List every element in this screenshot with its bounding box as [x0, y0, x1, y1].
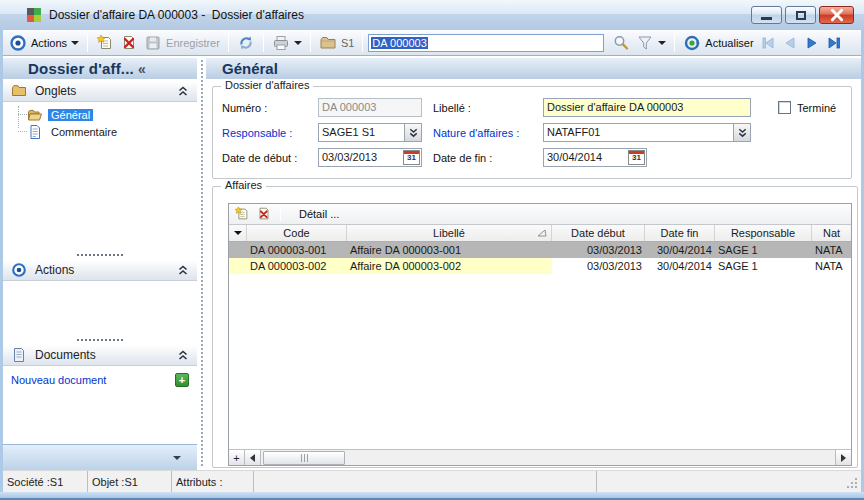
cell-date-debut: 03/03/2013	[552, 242, 645, 258]
refresh-button[interactable]	[234, 34, 258, 52]
nature-combo[interactable]: NATAFF01	[543, 123, 751, 142]
nav-first-button[interactable]	[757, 35, 779, 51]
refresh-icon	[237, 34, 255, 52]
window-frame-bottom	[0, 492, 864, 500]
close-button[interactable]	[819, 6, 854, 24]
responsable-label[interactable]: Responsable :	[222, 124, 292, 143]
cell-libelle: Affaire DA 000003-002	[347, 258, 552, 274]
cell-code: DA 000003-002	[247, 258, 347, 274]
nature-label[interactable]: Nature d'affaires :	[433, 124, 519, 143]
grid-menu-header[interactable]	[229, 225, 247, 241]
grid-hscrollbar[interactable]: +	[229, 449, 851, 465]
scroll-right-button[interactable]	[835, 450, 851, 466]
grid-add-column-button[interactable]: +	[229, 450, 245, 466]
grid-delete-button[interactable]	[256, 206, 272, 222]
sidebar: Dossier d'aff... « Onglets Général C	[3, 56, 197, 470]
cell-date-fin: 30/04/2014	[645, 242, 715, 258]
nav-last-button[interactable]	[823, 35, 845, 51]
column-header-nature[interactable]: Nat	[812, 225, 851, 241]
add-document-button[interactable]: +	[175, 373, 189, 387]
close-icon	[829, 7, 845, 23]
panel-splitter[interactable]	[3, 252, 197, 258]
responsable-combo[interactable]: SAGE1 S1	[318, 123, 422, 142]
resize-grip-icon[interactable]	[846, 477, 858, 489]
scrollbar-thumb[interactable]	[263, 451, 345, 465]
document-icon	[27, 124, 43, 140]
actualiser-label: Actualiser	[705, 37, 753, 49]
company-button[interactable]: S1	[316, 34, 357, 52]
grid-new-button[interactable]	[234, 206, 250, 222]
grid-detail-button[interactable]: Détail ...	[289, 208, 349, 220]
tree-item-commentaire[interactable]: Commentaire	[3, 123, 197, 140]
chevron-down-icon	[173, 456, 181, 460]
nav-first-icon	[760, 35, 776, 51]
chevron-down-icon	[658, 41, 666, 45]
delete-record-button[interactable]	[117, 34, 141, 52]
main-header: Général	[206, 58, 861, 79]
status-empty-cell	[597, 471, 861, 492]
panel-header-onglets[interactable]: Onglets	[3, 81, 197, 102]
cell-responsable: SAGE 1	[715, 258, 812, 274]
collapse-chevrons-icon[interactable]	[177, 86, 189, 97]
actions-menu-button[interactable]: Actions	[6, 34, 82, 52]
table-row[interactable]: DA 000003-002 Affaire DA 000003-002 03/0…	[229, 258, 851, 274]
column-header-label: Libellé	[433, 227, 465, 239]
termine-checkbox[interactable]	[778, 101, 791, 114]
new-document-link[interactable]: Nouveau document	[11, 374, 175, 386]
panel-title: Actions	[35, 263, 177, 277]
collapse-chevrons-icon[interactable]	[177, 350, 189, 361]
search-icon	[612, 34, 630, 52]
nav-next-button[interactable]	[801, 35, 823, 51]
new-record-button[interactable]	[93, 34, 117, 52]
column-header-code[interactable]: Code	[247, 225, 347, 241]
nav-next-icon	[804, 35, 820, 51]
tree-item-general[interactable]: Général	[3, 106, 197, 123]
title-bar[interactable]: Dossier d'affaire DA 000003 - Dossier d'…	[0, 0, 864, 30]
column-header-responsable[interactable]: Responsable	[715, 225, 812, 241]
scroll-left-button[interactable]	[245, 450, 261, 466]
libelle-field[interactable]: Dossier d'affaire DA 000003	[543, 98, 751, 117]
print-icon	[272, 34, 290, 52]
column-header-date-fin[interactable]: Date fin	[645, 225, 715, 241]
status-empty-cell	[254, 471, 597, 492]
actualiser-button[interactable]: Actualiser	[680, 34, 756, 52]
filter-button[interactable]	[633, 34, 669, 52]
sidebar-splitter[interactable]	[197, 56, 206, 470]
calendar-icon[interactable]: 31	[628, 150, 645, 165]
nav-prev-button[interactable]	[779, 35, 801, 51]
combo-dropdown-button[interactable]	[733, 124, 750, 141]
sidebar-bottom-bar[interactable]	[3, 444, 197, 470]
new-document-row: Nouveau document +	[3, 370, 197, 390]
panel-header-actions[interactable]: Actions	[3, 260, 197, 281]
date-fin-field[interactable]: 30/04/2014 31	[543, 148, 647, 167]
cell-code: DA 000003-001	[247, 242, 347, 258]
search-button[interactable]	[609, 34, 633, 52]
panel-header-documents[interactable]: Documents	[3, 345, 197, 366]
new-record-icon	[234, 206, 250, 222]
table-row[interactable]: DA 000003-001 Affaire DA 000003-001 03/0…	[229, 242, 851, 258]
sidebar-collapse-icon[interactable]: «	[138, 61, 146, 77]
actions-menu-label: Actions	[31, 37, 67, 49]
minimize-button[interactable]	[751, 6, 782, 24]
print-button[interactable]	[269, 34, 305, 52]
search-input[interactable]: DA 000003	[368, 34, 604, 52]
row-marker-cell	[229, 258, 247, 274]
new-record-icon	[96, 34, 114, 52]
combo-dropdown-button[interactable]	[404, 124, 421, 141]
maximize-button[interactable]	[785, 6, 816, 24]
calendar-icon[interactable]: 31	[403, 150, 420, 165]
save-button[interactable]: Enregistrer	[141, 34, 223, 52]
toolbar-separator	[228, 34, 229, 52]
panel-splitter[interactable]	[3, 337, 197, 343]
collapse-chevrons-icon[interactable]	[177, 265, 189, 276]
date-debut-field[interactable]: 03/03/2013 31	[318, 148, 422, 167]
date-fin-value: 30/04/2014	[544, 149, 628, 166]
cell-nature: NATA	[812, 242, 851, 258]
column-header-libelle[interactable]: Libellé	[347, 225, 552, 241]
numero-value: DA 000003	[319, 99, 421, 116]
date-fin-label: Date de fin :	[433, 149, 492, 168]
tree-guide	[18, 114, 27, 115]
column-header-date-debut[interactable]: Date début	[552, 225, 645, 241]
toolbar-separator	[87, 34, 88, 52]
actualiser-icon	[683, 34, 701, 52]
